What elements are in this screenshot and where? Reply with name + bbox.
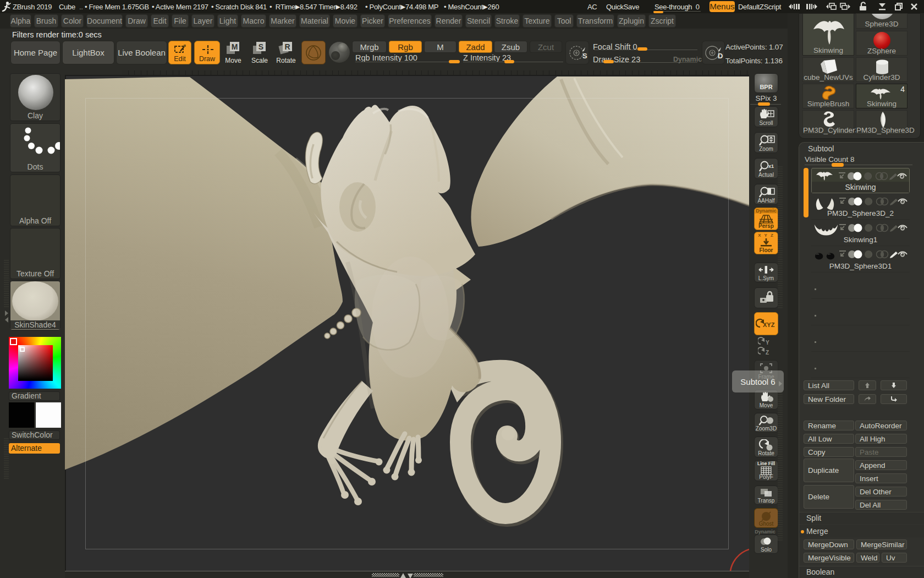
svg-text:Y: Y: [766, 340, 769, 346]
svg-text:Z: Z: [766, 350, 769, 356]
svg-text:S: S: [582, 52, 587, 60]
svg-text:R: R: [284, 42, 290, 51]
svg-text:XYZ: XYZ: [763, 321, 775, 328]
svg-text:S: S: [258, 42, 263, 51]
svg-text:x1: x1: [768, 163, 774, 169]
svg-text:D: D: [718, 52, 723, 60]
svg-text:M: M: [232, 42, 238, 51]
